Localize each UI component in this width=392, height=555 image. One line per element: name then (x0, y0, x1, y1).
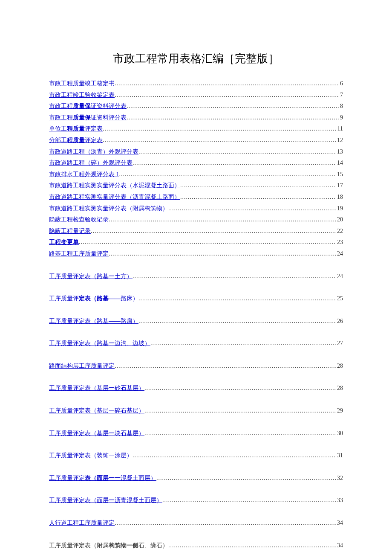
toc-label-bold: 程质量 (67, 137, 85, 143)
toc-link[interactable]: 工序质量评定表（面层一沥青混凝土面层） (49, 495, 162, 506)
toc-entry: 单位工程质量评定表11 (49, 123, 343, 135)
toc-link[interactable]: 工序质量评定表（面层一一混凝土面层） (49, 473, 156, 484)
toc-page-number: 19 (336, 203, 343, 215)
toc-entry: 市政道路工程实测实量评分表（沥青混凝土路面）18 (49, 192, 343, 203)
toc-page-number: 8 (339, 101, 343, 112)
toc-leader-dots (133, 450, 336, 462)
toc-label-bold: —— (109, 318, 121, 324)
toc-link[interactable]: 市政排水工程外观评分表 1 (49, 169, 119, 180)
toc-leader-dots (91, 226, 336, 237)
toc-link[interactable]: 工程变更单 (49, 237, 79, 248)
toc-page-number: 9 (339, 112, 343, 124)
toc-label-bold: 质量保 (73, 114, 91, 121)
toc-link[interactable]: 工序质量评定表（路基一边沟、边坡） (49, 338, 150, 349)
toc-label-prefix: 工序质量评 (49, 295, 79, 302)
toc-leader-dots (180, 192, 336, 203)
toc-entry: 市政工程质量保证资料评分表9 (49, 112, 343, 124)
toc-label-prefix: 市政工程 (49, 103, 73, 109)
toc-entry: 工序质量评定表（基层一碎石基层）29 (49, 405, 343, 417)
toc-link[interactable]: 隐蔽工程检查验收记录 (49, 214, 109, 226)
toc-entry: 工程变更单23 (49, 237, 343, 248)
toc-leader-dots (162, 495, 336, 506)
toc-link[interactable]: 市政道路工程实测实量评分表（沥青混凝土路面） (49, 192, 180, 203)
toc-page-number: 6 (339, 78, 343, 90)
toc-label-text: 市政道路工程实测实量评分表（沥青混凝土路面） (49, 194, 180, 200)
toc-label-text: 市政道路工程（沥青）外观评分表 (49, 148, 138, 155)
toc-page-number: 14 (336, 157, 343, 169)
toc-link[interactable]: 市政工程竣工验收鉴定表 (49, 90, 115, 101)
toc-label-bold: 质量保 (73, 103, 91, 109)
toc-entry: 工序质量评定表（基层一砂石基层）28 (49, 383, 343, 394)
toc-link[interactable]: 隐蔽工程量记录 (49, 226, 91, 237)
toc-link[interactable]: 工序质量评定表（基层一碎石基层） (49, 405, 144, 417)
toc-link[interactable]: 分部工程质量评定表 (49, 135, 103, 146)
toc-page-number: 20 (336, 214, 343, 226)
toc-page-number: 34 (336, 517, 343, 529)
toc-entry: 工序质量评定表（路基——路床）25 (49, 293, 343, 305)
toc-link[interactable]: 单位工程质量评定表 (49, 123, 103, 135)
toc-leader-dots (168, 540, 336, 552)
toc-page-number: 31 (336, 450, 343, 462)
toc-label-prefix: 单位工 (49, 125, 67, 132)
toc-page-number: 13 (336, 146, 343, 158)
toc-link[interactable]: 工序质量评定表（路基一土方） (49, 271, 133, 282)
toc-label-text: 路基工程工序质量评定 (49, 250, 109, 257)
toc-page-number: 26 (336, 316, 343, 327)
toc-entry: 工序质量评定表（附属构筑物一侧石、缘石）34 (49, 540, 343, 552)
toc-label-prefix: 工序质量评定 (49, 475, 85, 481)
toc-link[interactable]: 路面结构层工序质量评定 (49, 360, 115, 372)
document-page: 市政工程常用表格汇编［完整版］ 市政工程质量竣工核定书6市政工程竣工验收鉴定表7… (0, 0, 392, 555)
toc-label-text: 隐蔽工程量记录 (49, 228, 91, 234)
toc-link[interactable]: 工序质量评定表（基层一块石基层） (49, 428, 144, 439)
toc-page-number: 27 (336, 338, 343, 349)
toc-link[interactable]: 路基工程工序质量评定 (49, 248, 109, 260)
toc-leader-dots (138, 316, 336, 327)
toc-label-text: 工序质量评定表（路基一边沟、边坡） (49, 340, 150, 346)
document-title: 市政工程常用表格汇编［完整版］ (49, 51, 343, 66)
toc-leader-dots (144, 383, 336, 394)
toc-page-number: 24 (336, 248, 343, 260)
toc-label-text: 市政工程质量竣工核定书 (49, 80, 115, 87)
toc-entry: 市政工程竣工验收鉴定表7 (49, 90, 343, 101)
toc-entry: 市政工程质量竣工核定书6 (49, 78, 343, 90)
toc-link[interactable]: 人行道工程工序质量评定 (49, 517, 115, 529)
toc-label-suffix: 路肩） (121, 318, 138, 324)
toc-label-prefix: 市政工程 (49, 114, 73, 121)
toc-link[interactable]: 工序质量评定表（路基——路床） (49, 293, 138, 305)
toc-label-text: 工序质量评定表（路基一土方） (49, 273, 133, 279)
toc-page-number: 24 (336, 271, 343, 282)
toc-link[interactable]: 工序质量评定表（基层一砂石基层） (49, 383, 144, 394)
toc-label-text: 市政道路工程实测实量评分表（附属构筑物） (49, 205, 168, 212)
toc-label-suffix: 路床） (121, 295, 138, 302)
toc-entry: 隐蔽工程检查验收记录20 (49, 214, 343, 226)
toc-label-suffix: 评定表 (85, 125, 103, 132)
toc-leader-dots (127, 101, 339, 112)
toc-page-number: 34 (336, 540, 343, 552)
toc-label-text: 工序质量评定表（基层一碎石基层） (49, 407, 144, 414)
toc-link[interactable]: 工序质量评定表（装饰一涂层） (49, 450, 133, 462)
toc-link[interactable]: 市政道路工程（碎）外观评分表 (49, 157, 133, 169)
toc-leader-dots (103, 123, 337, 135)
toc-link[interactable]: 市政工程质量保证资料评分表 (49, 101, 127, 112)
toc-entry: 市政道路工程实测实量评分表（水泥混凝土路面）17 (49, 180, 343, 192)
toc-link[interactable]: 市政道路工程实测实量评分表（水泥混凝土路面） (49, 180, 180, 192)
toc-page-number: 29 (336, 405, 343, 417)
toc-entry: 工序质量评定表（面层一一混凝土面层）32 (49, 473, 343, 484)
toc-leader-dots (115, 517, 336, 529)
toc-leader-dots (109, 214, 336, 226)
toc-label-bold: 构筑物一侧 (109, 542, 138, 549)
toc-label-text: 隐蔽工程检查验收记录 (49, 216, 109, 223)
toc-label-prefix: 分部工 (49, 137, 67, 143)
toc-link[interactable]: 市政工程质量保证资料评分表 (49, 112, 127, 124)
toc-page-number: 30 (336, 428, 343, 439)
toc-link[interactable]: 市政道路工程（沥青）外观评分表 (49, 146, 138, 158)
toc-entry: 工序质量评定表（面层一沥青混凝土面层）33 (49, 495, 343, 506)
toc-leader-dots (133, 271, 336, 282)
toc-link[interactable]: 工序质量评定表（路基——路肩） (49, 316, 138, 327)
toc-link: 工序质量评定表（附属构筑物一侧石、缘石） (49, 540, 168, 552)
toc-label-text: 路面结构层工序质量评定 (49, 363, 115, 369)
toc-link[interactable]: 市政道路工程实测实量评分表（附属构筑物） (49, 203, 168, 215)
toc-link[interactable]: 市政工程质量竣工核定书 (49, 78, 115, 90)
toc-leader-dots (103, 135, 336, 146)
toc-page-number: 12 (336, 135, 343, 146)
